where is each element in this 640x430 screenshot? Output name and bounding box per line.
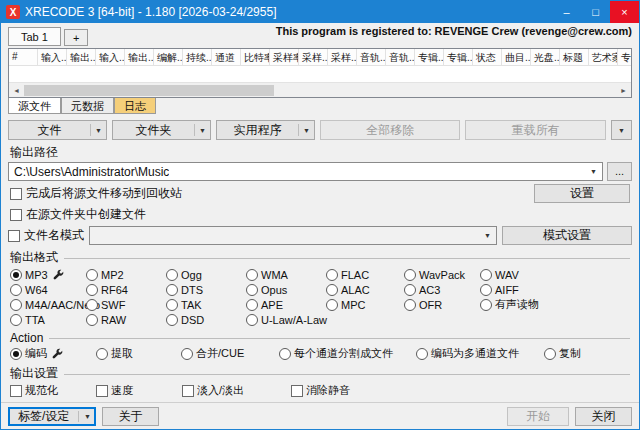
column-header[interactable]: 通道 (212, 49, 241, 65)
move-to-recycle-checkbox[interactable]: 完成后将源文件移动到回收站 (10, 185, 182, 202)
column-header[interactable]: 状态 (473, 49, 502, 65)
format-radio[interactable]: W64 (10, 282, 86, 297)
column-header[interactable]: 采样... (328, 49, 357, 65)
format-radio[interactable]: 有声读物 (480, 297, 630, 312)
radio-circle (246, 314, 258, 326)
format-radio[interactable]: U-Law/A-Law (246, 312, 326, 327)
table-body[interactable] (9, 66, 631, 82)
minimize-button[interactable]: – (552, 1, 581, 23)
format-options: MP3 MP2 Ogg WMA FLAC (10, 267, 630, 327)
tab-source-files[interactable]: 源文件 (8, 98, 61, 114)
format-radio[interactable]: SWF (86, 297, 166, 312)
format-radio[interactable]: Ogg (166, 267, 246, 282)
column-header[interactable]: 曲目... (502, 49, 531, 65)
tab-1[interactable]: Tab 1 (8, 27, 61, 46)
column-header[interactable]: 持续... (183, 49, 212, 65)
format-radio[interactable]: RAW (86, 312, 166, 327)
format-radio[interactable]: TAK (166, 297, 246, 312)
output-setting-checkbox[interactable]: 淡入/淡出 (182, 383, 291, 398)
column-header[interactable]: 输出... (125, 49, 154, 65)
format-radio[interactable]: OFR (404, 297, 480, 312)
column-header[interactable]: 艺术家 (589, 49, 618, 65)
create-in-source-checkbox[interactable]: 在源文件夹中创建文件 (10, 206, 146, 223)
section-divider (64, 374, 630, 375)
action-radio[interactable]: 复制 (544, 346, 630, 361)
format-radio[interactable]: FLAC (326, 267, 404, 282)
column-header[interactable]: 输入... (96, 49, 125, 65)
action-section: Action (10, 331, 630, 345)
format-radio[interactable]: DTS (166, 282, 246, 297)
format-label: U-Law/A-Law (261, 314, 327, 326)
settings-button[interactable]: 设置 (534, 184, 630, 203)
column-header[interactable]: 输出... (67, 49, 96, 65)
column-header[interactable]: 编解... (154, 49, 183, 65)
scroll-right-icon[interactable]: ► (616, 87, 631, 94)
format-radio[interactable]: AC3 (404, 282, 480, 297)
add-tab-button[interactable]: + (64, 29, 88, 46)
format-radio[interactable]: AIFF (480, 282, 630, 297)
format-label: OFR (419, 299, 442, 311)
format-radio[interactable]: Opus (246, 282, 326, 297)
action-radio[interactable]: 编码为多通道文件 (416, 346, 544, 361)
scroll-left-icon[interactable]: ◄ (9, 87, 24, 94)
maximize-button[interactable]: □ (581, 1, 610, 23)
output-setting-checkbox[interactable]: 规范化 (10, 383, 96, 398)
pattern-settings-button[interactable]: 模式设置 (502, 226, 632, 245)
format-radio[interactable]: MP3 (10, 267, 86, 282)
column-header[interactable]: # (9, 49, 38, 65)
folder-button[interactable]: 文件夹 ▼ (112, 120, 211, 140)
column-header[interactable]: 光盘... (531, 49, 560, 65)
close-icon[interactable]: × (610, 1, 639, 23)
table-header: #输入...输出...输入...输出...编解...持续...通道比特率采样率采… (9, 49, 631, 66)
format-radio[interactable]: MPC (326, 297, 404, 312)
radio-circle (166, 299, 178, 311)
close-window-button[interactable]: 关闭 (575, 407, 632, 426)
column-header[interactable]: 专辑... (444, 49, 473, 65)
column-header[interactable]: 音轨... (357, 49, 386, 65)
file-button[interactable]: 文件 ▼ (8, 120, 107, 140)
chevron-down-icon[interactable]: ▼ (91, 127, 106, 134)
about-button[interactable]: 关于 (102, 407, 159, 426)
browse-button[interactable]: ... (607, 162, 632, 181)
filename-pattern-checkbox[interactable]: 文件名模式 (8, 227, 84, 244)
output-setting-checkbox[interactable]: 消除静音 (291, 383, 630, 398)
column-header[interactable]: 标题 (560, 49, 589, 65)
action-radio[interactable]: 提取 (96, 346, 181, 361)
column-header[interactable]: 采样率 (270, 49, 299, 65)
chevron-down-icon[interactable]: ▼ (79, 413, 95, 420)
wrench-icon[interactable] (52, 348, 63, 359)
format-radio[interactable]: M4A/AAC/Nero (10, 297, 86, 312)
column-header[interactable]: 专辑 (618, 49, 631, 65)
format-radio[interactable]: MP2 (86, 267, 166, 282)
action-radio[interactable]: 每个通道分割成文件 (279, 346, 416, 361)
chevron-down-icon[interactable]: ▼ (299, 127, 314, 134)
chevron-down-icon[interactable]: ▼ (585, 168, 602, 175)
format-radio[interactable]: TTA (10, 312, 86, 327)
tab-log[interactable]: 日志 (114, 98, 156, 114)
column-header[interactable]: 比特率 (241, 49, 270, 65)
tags-settings-button[interactable]: 标签/设定 ▼ (8, 407, 96, 426)
output-setting-checkbox[interactable]: 速度 (96, 383, 182, 398)
format-radio[interactable]: APE (246, 297, 326, 312)
format-radio[interactable]: RF64 (86, 282, 166, 297)
scroll-thumb[interactable] (24, 85, 274, 96)
format-radio[interactable]: ALAC (326, 282, 404, 297)
utilities-button[interactable]: 实用程序 ▼ (216, 120, 315, 140)
section-divider (49, 338, 630, 339)
horizontal-scrollbar[interactable]: ◄ ► (9, 82, 631, 97)
more-options-button[interactable]: ▼ (611, 120, 632, 140)
column-header[interactable]: 采样... (299, 49, 328, 65)
action-radio[interactable]: 合并/CUE (181, 346, 279, 361)
format-radio[interactable]: WavPack (404, 267, 480, 282)
wrench-icon[interactable] (53, 269, 64, 280)
tab-metadata[interactable]: 元数据 (61, 98, 114, 114)
format-radio[interactable]: DSD (166, 312, 246, 327)
column-header[interactable]: 音轨... (386, 49, 415, 65)
format-radio[interactable]: WAV (480, 267, 630, 282)
action-radio[interactable]: 编码 (10, 346, 96, 361)
column-header[interactable]: 输入... (38, 49, 67, 65)
chevron-down-icon[interactable]: ▼ (195, 127, 210, 134)
column-header[interactable]: 专辑... (415, 49, 444, 65)
format-radio[interactable]: WMA (246, 267, 326, 282)
output-path-combobox[interactable]: C:\Users\Administrator\Music ▼ (8, 162, 603, 181)
